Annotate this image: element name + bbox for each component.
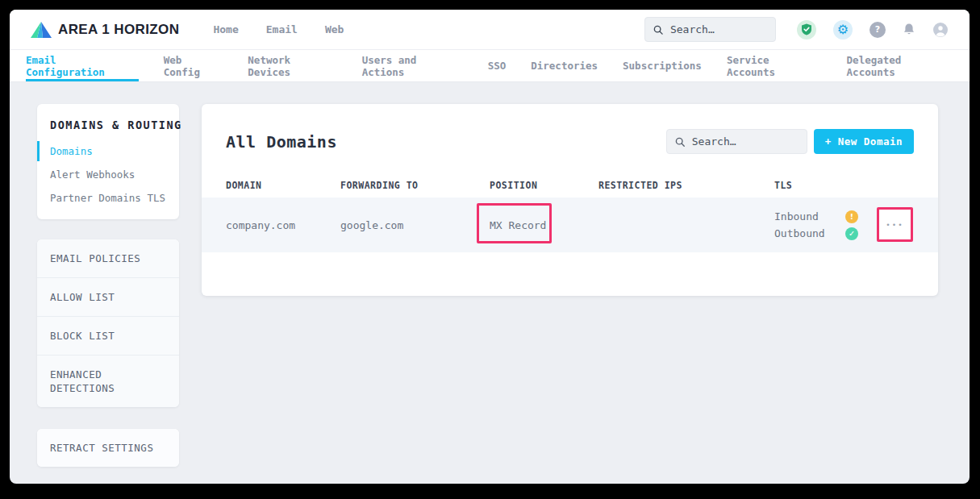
page-title: All Domains — [226, 132, 337, 152]
sidebar-item-alert-webhooks[interactable]: Alert Webhooks — [37, 163, 179, 186]
topbar-icons: ⚙ ? — [797, 20, 949, 40]
nav-email[interactable]: Email — [266, 23, 298, 35]
global-search[interactable] — [644, 17, 776, 42]
sidebar-section-block-list[interactable]: BLOCK LIST — [37, 317, 179, 356]
sidebar-section-allow-list[interactable]: ALLOW LIST — [37, 278, 179, 317]
sidebar-section-title: DOMAINS & ROUTING — [50, 119, 166, 131]
tab-sso[interactable]: SSO — [488, 50, 507, 81]
tls-inbound-label: Inbound — [774, 209, 819, 224]
settings-gear-icon[interactable]: ⚙ — [833, 20, 853, 40]
app-window: AREA 1 HORIZON Home Email Web ⚙ ? — [10, 10, 970, 484]
cell-position: MX Record — [490, 219, 598, 231]
tab-email-configuration[interactable]: Email Configuration — [26, 50, 139, 81]
row-actions-button[interactable]: ••• — [877, 207, 913, 242]
global-search-input[interactable] — [670, 23, 767, 35]
notifications-bell-icon[interactable] — [903, 23, 915, 36]
sidebar-card-policy-sections: EMAIL POLICIES ALLOW LIST BLOCK LIST ENH… — [37, 239, 179, 407]
tab-service-accounts[interactable]: Service Accounts — [727, 50, 822, 81]
ellipsis-icon: ••• — [886, 221, 903, 229]
cell-tls: Inbound ! Outbound ✓ — [774, 209, 858, 241]
table-row[interactable]: company.com google.com MX Record Inbound… — [202, 198, 938, 252]
all-domains-panel: All Domains + New Domain DOMAIN FORWARDI… — [202, 104, 938, 296]
tls-inbound-warning-icon: ! — [845, 210, 858, 223]
col-forwarding-to: FORWARDING TO — [340, 180, 490, 191]
sidebar-item-partner-domains-tls[interactable]: Partner Domains TLS — [37, 186, 179, 210]
account-user-icon[interactable] — [932, 22, 949, 38]
sidebar-section-email-policies[interactable]: EMAIL POLICIES — [37, 239, 179, 278]
cell-forwarding-to: google.com — [340, 219, 490, 231]
domain-search-input[interactable] — [692, 135, 799, 148]
col-position: POSITION — [490, 180, 598, 191]
tls-outbound-check-icon: ✓ — [845, 227, 858, 240]
col-domain: DOMAIN — [226, 180, 340, 191]
tab-delegated-accounts[interactable]: Delegated Accounts — [847, 50, 953, 81]
sidebar-card-retract-settings: RETRACT SETTINGS — [37, 429, 179, 467]
table-header: DOMAIN FORWARDING TO POSITION RESTRICTED… — [202, 173, 938, 198]
tls-outbound-label: Outbound — [774, 226, 825, 241]
sidebar-section-retract-settings[interactable]: RETRACT SETTINGS — [37, 429, 179, 467]
sidebar-item-domains[interactable]: Domains — [37, 139, 179, 163]
logo-text: AREA 1 HORIZON — [58, 22, 179, 38]
verified-shield-icon[interactable] — [797, 20, 816, 40]
nav-web[interactable]: Web — [325, 23, 344, 35]
topbar: AREA 1 HORIZON Home Email Web ⚙ ? — [10, 10, 970, 50]
logo[interactable]: AREA 1 HORIZON — [31, 21, 179, 39]
sidebar-section-enhanced-detections[interactable]: ENHANCED DETECTIONS — [37, 356, 179, 407]
top-nav: Home Email Web — [213, 23, 344, 35]
tab-directories[interactable]: Directories — [531, 50, 598, 81]
logo-triangle-icon — [31, 21, 52, 39]
panel-header: All Domains + New Domain — [202, 104, 938, 154]
tab-subscriptions[interactable]: Subscriptions — [623, 50, 702, 81]
nav-home[interactable]: Home — [213, 23, 238, 35]
page-content: DOMAINS & ROUTING Domains Alert Webhooks… — [10, 82, 970, 467]
col-restricted-ips: RESTRICTED IPS — [598, 180, 774, 191]
new-domain-button[interactable]: + New Domain — [814, 129, 914, 154]
domain-search[interactable] — [666, 129, 807, 154]
help-icon[interactable]: ? — [869, 22, 886, 38]
sidebar-item-label: Domains — [50, 145, 93, 157]
cell-domain: company.com — [226, 219, 340, 231]
sidebar-card-domains-routing: DOMAINS & ROUTING Domains Alert Webhooks… — [37, 104, 179, 219]
sidebar-item-label: Partner Domains TLS — [50, 192, 165, 204]
tab-web-config[interactable]: Web Config — [164, 50, 223, 81]
sidebar-item-label: Alert Webhooks — [50, 168, 135, 181]
col-tls: TLS — [774, 180, 871, 191]
tab-network-devices[interactable]: Network Devices — [248, 50, 336, 81]
sidebar: DOMAINS & ROUTING Domains Alert Webhooks… — [37, 104, 179, 467]
search-icon — [675, 136, 685, 148]
config-subnav: Email Configuration Web Config Network D… — [10, 50, 970, 82]
tab-users-and-actions[interactable]: Users and Actions — [362, 50, 463, 81]
search-icon — [653, 24, 663, 35]
